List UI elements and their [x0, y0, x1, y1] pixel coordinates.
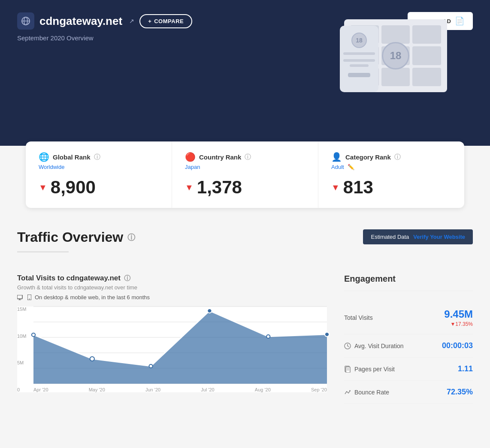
country-rank-header: 🔴 Country Rank ⓘ	[185, 152, 305, 162]
mock-phone: 18	[340, 26, 378, 92]
main-content: Traffic Overview ⓘ Estimated Data Verify…	[0, 212, 490, 421]
engagement-title: Engagement	[344, 274, 473, 291]
avg-duration-row: Avg. Visit Duration 00:00:03	[344, 334, 473, 358]
chart-y-labels: 15M 10M 5M 0	[17, 307, 33, 392]
total-visits-value: 9.45M	[444, 308, 473, 320]
category-rank-title: Category Rank	[345, 153, 391, 161]
global-rank-header: 🌐 Global Rank ⓘ	[39, 152, 159, 162]
country-rank-number: 1,378	[197, 177, 242, 198]
country-rank-arrow: ▼	[185, 183, 194, 192]
total-visits-label-text: Total Visits	[344, 314, 373, 321]
chart-svg	[33, 307, 327, 384]
global-rank-card: 🌐 Global Rank ⓘ Worldwide ▼ 8,900	[26, 141, 172, 208]
mock-cell	[381, 25, 410, 44]
site-icon	[17, 12, 34, 30]
country-rank-value: ▼ 1,378	[185, 177, 305, 198]
category-rank-sub-label: Adult	[331, 164, 344, 170]
category-edit-icon[interactable]: ✏️	[348, 164, 354, 170]
svg-point-19	[266, 335, 270, 338]
compare-button[interactable]: + COMPARE	[139, 14, 192, 28]
country-rank-title: Country Rank	[199, 153, 241, 161]
x-label-may: May '20	[89, 387, 105, 392]
chart-info-icon[interactable]: ⓘ	[124, 274, 130, 283]
x-label-jun: Jun '20	[145, 387, 160, 392]
illustration: 18 18	[344, 9, 473, 94]
bounce-rate-label: Bounce Rate	[344, 389, 389, 396]
country-rank-sub[interactable]: Japan	[185, 164, 305, 170]
mobile-icon	[27, 295, 31, 300]
mock-cell	[412, 25, 441, 44]
chart-x-labels: Apr '20 May '20 Jun '20 Jul '20 Aug '20 …	[33, 387, 327, 392]
category-rank-card: 👤 Category Rank ⓘ Adult ✏️ ▼ 813	[318, 141, 464, 208]
mock-line	[343, 59, 375, 62]
engagement-section: Engagement Total Visits 9.45M ▼17.35%	[344, 274, 473, 404]
global-rank-arrow: ▼	[39, 183, 47, 192]
x-label-aug: Aug '20	[255, 387, 271, 392]
japan-flag-icon: 🔴	[185, 152, 196, 162]
category-rank-number: 813	[343, 177, 373, 198]
category-rank-sub: Adult ✏️	[331, 164, 451, 170]
chart-container: 15M 10M 5M 0	[17, 307, 327, 392]
country-rank-info-icon[interactable]: ⓘ	[245, 153, 251, 161]
traffic-title-text: Traffic Overview	[17, 229, 123, 245]
category-rank-info-icon[interactable]: ⓘ	[394, 153, 401, 161]
category-icon: 👤	[331, 152, 342, 162]
svg-rect-3	[17, 295, 22, 299]
avg-duration-label-text: Avg. Visit Duration	[354, 343, 404, 349]
traffic-layout: Total Visits to cdngateway.net ⓘ Growth …	[17, 274, 473, 404]
category-rank-arrow: ▼	[331, 183, 340, 192]
estimated-bar: Estimated Data Verify Your Website	[363, 229, 473, 244]
pages-per-visit-label: Pages per Visit	[344, 366, 395, 373]
global-rank-info-icon[interactable]: ⓘ	[94, 153, 100, 161]
y-label-5m: 5M	[17, 360, 31, 365]
pages-icon	[344, 366, 351, 373]
verify-link[interactable]: Verify Your Website	[413, 234, 465, 240]
global-rank-sub-label: Worldwide	[39, 164, 64, 170]
x-label-jul: Jul '20	[201, 387, 214, 392]
site-name: cdngateway.net	[39, 15, 122, 28]
plus-icon: +	[148, 18, 151, 24]
globe-icon: 🌐	[39, 152, 49, 162]
total-visits-change-text: ▼17.35%	[450, 321, 473, 327]
svg-point-20	[325, 332, 329, 337]
svg-line-23	[348, 346, 349, 347]
global-rank-sub[interactable]: Worldwide	[39, 164, 159, 170]
mock-btn	[348, 73, 370, 77]
mock-line	[343, 52, 375, 55]
chart-device-label: On desktop & mobile web, in the last 6 m…	[35, 294, 150, 301]
chart-section: Total Visits to cdngateway.net ⓘ Growth …	[17, 274, 327, 392]
total-visits-row: Total Visits 9.45M ▼17.35%	[344, 301, 473, 334]
total-visits-label: Total Visits	[344, 314, 373, 321]
bounce-rate-label-text: Bounce Rate	[354, 389, 389, 396]
section-divider	[17, 251, 69, 253]
category-rank-header: 👤 Category Rank ⓘ	[331, 152, 451, 162]
avg-duration-label: Avg. Visit Duration	[344, 343, 404, 349]
global-rank-number: 8,900	[51, 177, 96, 198]
traffic-info-icon[interactable]: ⓘ	[127, 232, 135, 243]
mock-line-short	[350, 64, 369, 67]
y-label-10m: 10M	[17, 334, 31, 339]
svg-point-18	[207, 309, 212, 313]
header-left: cdngateway.net ↗ + COMPARE	[17, 12, 192, 30]
bounce-icon	[344, 389, 351, 396]
age-badge-phone: 18	[351, 33, 367, 48]
traffic-overview-title: Traffic Overview ⓘ	[17, 229, 135, 245]
avg-duration-value: 00:00:03	[442, 341, 473, 350]
header-section: cdngateway.net ↗ + COMPARE DOWNLOAD 📄 Se…	[0, 0, 490, 146]
bounce-rate-value: 72.35%	[447, 388, 473, 397]
category-rank-value: ▼ 813	[331, 177, 451, 198]
pages-per-visit-label-text: Pages per Visit	[354, 366, 395, 373]
chart-area	[33, 307, 327, 384]
pages-per-visit-row: Pages per Visit 1.11	[344, 358, 473, 381]
external-link-icon[interactable]: ↗	[129, 18, 134, 24]
bounce-rate-row: Bounce Rate 72.35%	[344, 381, 473, 404]
compare-label: COMPARE	[154, 18, 184, 24]
chart-title: Total Visits to cdngateway.net ⓘ	[17, 274, 327, 283]
estimated-label: Estimated Data	[371, 234, 409, 240]
country-rank-card: 🔴 Country Rank ⓘ Japan ▼ 1,378	[172, 141, 318, 208]
desktop-icon	[17, 295, 24, 300]
clock-icon	[344, 343, 351, 349]
total-visits-value-block: 9.45M ▼17.35%	[444, 308, 473, 327]
svg-point-17	[149, 364, 152, 368]
y-label-15m: 15M	[17, 307, 31, 312]
